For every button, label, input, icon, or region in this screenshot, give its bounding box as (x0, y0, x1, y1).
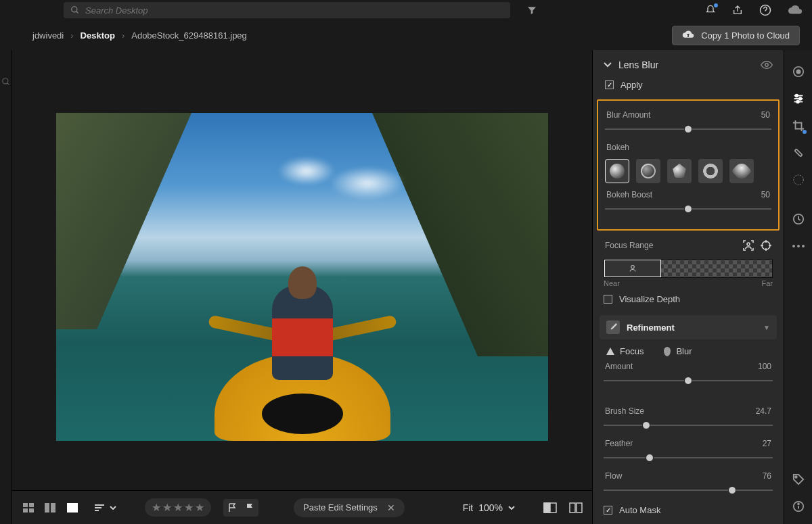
svg-point-19 (765, 64, 769, 67)
subject-select-icon[interactable] (743, 240, 754, 251)
depth-map[interactable] (604, 259, 773, 278)
auto-mask-checkbox[interactable] (604, 506, 612, 515)
cloud-sync-icon[interactable] (788, 5, 803, 16)
feather-label: Feather (605, 439, 633, 448)
svg-point-41 (795, 476, 797, 478)
bokeh-boost-slider[interactable] (605, 204, 771, 214)
bokeh-shape-ring[interactable] (698, 159, 723, 183)
filter-icon[interactable] (526, 5, 537, 16)
amount-value: 100 (758, 362, 771, 371)
breadcrumb-file[interactable]: AdobeStock_629488161.jpeg (131, 30, 247, 41)
panel-title: Lens Blur (618, 59, 658, 70)
flag-pick-button[interactable] (223, 499, 241, 517)
search-icon[interactable] (1, 77, 11, 87)
star-icon[interactable]: ★ (162, 501, 172, 514)
chevron-down-icon[interactable] (604, 62, 612, 68)
blur-amount-slider[interactable] (605, 124, 771, 135)
lens-blur-panel: Lens Blur Apply Blur Amount 50 Bokeh (592, 50, 784, 524)
chevron-down-icon (508, 506, 515, 510)
healing-icon[interactable] (792, 146, 805, 160)
near-label: Near (604, 279, 620, 287)
svg-line-4 (7, 83, 9, 85)
flag-reject-button[interactable] (241, 499, 258, 517)
chevron-down-icon (110, 506, 116, 510)
flow-slider[interactable] (604, 485, 773, 496)
more-icon[interactable] (792, 239, 805, 253)
svg-rect-16 (544, 503, 550, 513)
breadcrumb-folder[interactable]: Desktop (81, 30, 115, 41)
svg-rect-6 (29, 503, 34, 507)
search-input-wrap[interactable] (64, 2, 510, 18)
svg-point-0 (72, 7, 77, 12)
focus-brush-button[interactable]: Focus (606, 346, 644, 356)
toggle-visibility-icon[interactable] (761, 61, 773, 69)
sort-button[interactable] (95, 504, 116, 512)
bokeh-shape-bubble[interactable] (636, 159, 660, 183)
apply-checkbox[interactable] (605, 80, 614, 89)
amount-label: Amount (605, 362, 633, 371)
help-icon[interactable] (759, 4, 771, 16)
brush-size-slider[interactable] (604, 420, 773, 431)
share-icon[interactable] (732, 5, 743, 16)
star-icon[interactable]: ★ (152, 501, 161, 514)
crop-icon[interactable] (792, 119, 805, 133)
bottom-toolbar: ★★★★★ Paste Edit Settings ✕ Fit 100% (12, 490, 592, 524)
versions-icon[interactable] (792, 212, 805, 226)
paste-settings-button[interactable]: Paste Edit Settings ✕ (294, 498, 405, 517)
grid-view-button[interactable] (22, 502, 37, 514)
notifications-icon[interactable] (705, 5, 716, 16)
amount-slider[interactable] (604, 375, 773, 386)
edit-sliders-icon[interactable] (792, 92, 805, 105)
single-view-button[interactable] (65, 502, 80, 514)
photo-preview[interactable] (56, 113, 548, 441)
breadcrumb-root[interactable]: jdwivedi (32, 30, 64, 41)
search-input[interactable] (85, 5, 503, 16)
feather-slider[interactable] (604, 452, 773, 463)
paste-settings-label: Paste Edit Settings (303, 502, 378, 513)
refinement-header[interactable]: Refinement ▼ (600, 315, 777, 339)
refinement-label: Refinement (627, 323, 675, 333)
bokeh-shape-cateye[interactable] (729, 159, 754, 183)
bokeh-shape-blade5[interactable] (667, 159, 692, 183)
visualize-depth-checkbox[interactable] (604, 295, 612, 304)
blur-brush-button[interactable]: Blur (664, 346, 692, 356)
star-rating[interactable]: ★★★★★ (145, 498, 211, 517)
point-select-icon[interactable] (761, 240, 771, 251)
info-icon[interactable] (792, 500, 805, 513)
canvas-area[interactable] (12, 50, 592, 490)
svg-rect-7 (23, 508, 28, 513)
far-label: Far (762, 279, 773, 287)
blur-amount-label: Blur Amount (606, 110, 650, 120)
flow-value: 76 (763, 471, 771, 481)
before-after-button[interactable] (543, 502, 557, 513)
zoom-value: 100% (478, 502, 503, 513)
triangle-icon (606, 348, 614, 355)
svg-point-33 (798, 97, 801, 100)
chevron-down-icon: ▼ (763, 324, 770, 331)
svg-rect-9 (45, 503, 49, 513)
svg-point-34 (796, 101, 799, 103)
svg-rect-18 (577, 503, 582, 513)
star-icon[interactable]: ★ (173, 501, 183, 514)
flow-label: Flow (605, 471, 622, 481)
compare-view-button[interactable] (43, 502, 58, 514)
bokeh-shape-circle[interactable] (605, 159, 629, 183)
svg-rect-17 (570, 503, 575, 513)
copy-to-cloud-button[interactable]: Copy 1 Photo to Cloud (672, 26, 800, 45)
split-view-button[interactable] (569, 502, 583, 513)
close-icon[interactable]: ✕ (387, 502, 395, 513)
zoom-control[interactable]: Fit 100% (463, 502, 515, 513)
svg-point-39 (797, 245, 800, 247)
svg-point-44 (798, 504, 799, 505)
masking-icon[interactable] (792, 173, 805, 187)
keywords-icon[interactable] (792, 473, 805, 486)
svg-rect-5 (23, 503, 28, 507)
presets-icon[interactable] (792, 65, 805, 78)
left-rail (0, 50, 12, 524)
svg-line-1 (76, 11, 78, 14)
visualize-depth-label: Visualize Depth (619, 294, 680, 304)
chevron-right-icon: › (122, 30, 125, 41)
star-icon[interactable]: ★ (184, 501, 194, 514)
star-icon[interactable]: ★ (195, 501, 204, 514)
copy-to-cloud-label: Copy 1 Photo to Cloud (701, 30, 790, 41)
